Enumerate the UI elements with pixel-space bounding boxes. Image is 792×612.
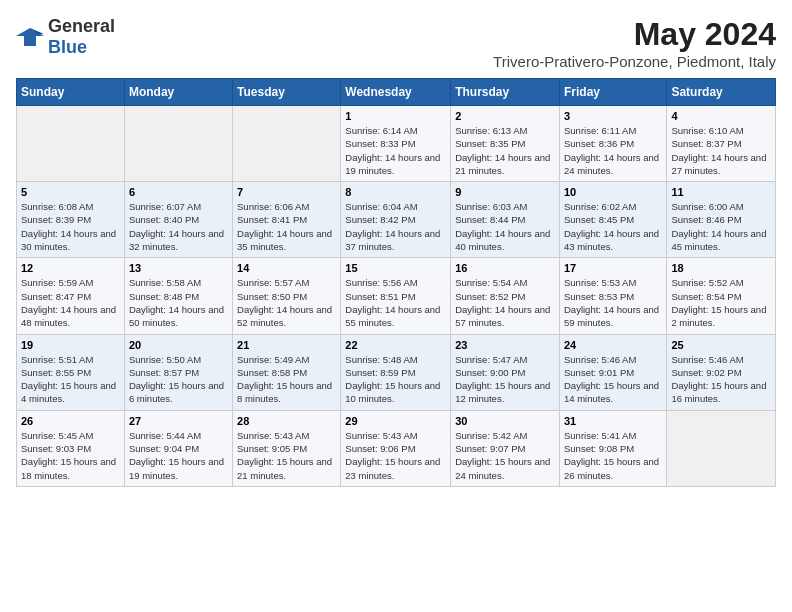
logo-bird-icon	[16, 26, 44, 48]
calendar-cell: 18Sunrise: 5:52 AMSunset: 8:54 PMDayligh…	[667, 258, 776, 334]
calendar-week-row: 1Sunrise: 6:14 AMSunset: 8:33 PMDaylight…	[17, 106, 776, 182]
day-number: 26	[21, 415, 120, 427]
day-info: Sunrise: 5:52 AMSunset: 8:54 PMDaylight:…	[671, 276, 771, 329]
calendar-cell: 6Sunrise: 6:07 AMSunset: 8:40 PMDaylight…	[124, 182, 232, 258]
day-info: Sunrise: 5:50 AMSunset: 8:57 PMDaylight:…	[129, 353, 228, 406]
day-number: 21	[237, 339, 336, 351]
month-title: May 2024	[493, 16, 776, 53]
calendar-cell: 25Sunrise: 5:46 AMSunset: 9:02 PMDayligh…	[667, 334, 776, 410]
day-number: 12	[21, 262, 120, 274]
calendar-cell: 24Sunrise: 5:46 AMSunset: 9:01 PMDayligh…	[559, 334, 666, 410]
day-number: 23	[455, 339, 555, 351]
day-number: 1	[345, 110, 446, 122]
calendar-cell: 5Sunrise: 6:08 AMSunset: 8:39 PMDaylight…	[17, 182, 125, 258]
day-info: Sunrise: 5:43 AMSunset: 9:06 PMDaylight:…	[345, 429, 446, 482]
day-info: Sunrise: 5:51 AMSunset: 8:55 PMDaylight:…	[21, 353, 120, 406]
weekday-header-sunday: Sunday	[17, 79, 125, 106]
title-area: May 2024 Trivero-Prativero-Ponzone, Pied…	[493, 16, 776, 70]
calendar-week-row: 26Sunrise: 5:45 AMSunset: 9:03 PMDayligh…	[17, 410, 776, 486]
day-number: 5	[21, 186, 120, 198]
calendar-cell: 29Sunrise: 5:43 AMSunset: 9:06 PMDayligh…	[341, 410, 451, 486]
calendar-cell: 10Sunrise: 6:02 AMSunset: 8:45 PMDayligh…	[559, 182, 666, 258]
weekday-header-thursday: Thursday	[451, 79, 560, 106]
day-info: Sunrise: 6:11 AMSunset: 8:36 PMDaylight:…	[564, 124, 662, 177]
weekday-header-wednesday: Wednesday	[341, 79, 451, 106]
calendar-cell: 4Sunrise: 6:10 AMSunset: 8:37 PMDaylight…	[667, 106, 776, 182]
day-info: Sunrise: 6:13 AMSunset: 8:35 PMDaylight:…	[455, 124, 555, 177]
day-info: Sunrise: 6:07 AMSunset: 8:40 PMDaylight:…	[129, 200, 228, 253]
day-info: Sunrise: 5:48 AMSunset: 8:59 PMDaylight:…	[345, 353, 446, 406]
day-info: Sunrise: 5:56 AMSunset: 8:51 PMDaylight:…	[345, 276, 446, 329]
weekday-header-row: SundayMondayTuesdayWednesdayThursdayFrid…	[17, 79, 776, 106]
day-number: 16	[455, 262, 555, 274]
location-title: Trivero-Prativero-Ponzone, Piedmont, Ita…	[493, 53, 776, 70]
calendar-week-row: 5Sunrise: 6:08 AMSunset: 8:39 PMDaylight…	[17, 182, 776, 258]
day-number: 29	[345, 415, 446, 427]
day-info: Sunrise: 5:43 AMSunset: 9:05 PMDaylight:…	[237, 429, 336, 482]
day-number: 15	[345, 262, 446, 274]
weekday-header-tuesday: Tuesday	[233, 79, 341, 106]
day-info: Sunrise: 6:02 AMSunset: 8:45 PMDaylight:…	[564, 200, 662, 253]
day-number: 7	[237, 186, 336, 198]
day-info: Sunrise: 6:14 AMSunset: 8:33 PMDaylight:…	[345, 124, 446, 177]
logo-text-general: General	[48, 16, 115, 36]
day-number: 8	[345, 186, 446, 198]
day-number: 31	[564, 415, 662, 427]
day-number: 10	[564, 186, 662, 198]
calendar-cell: 7Sunrise: 6:06 AMSunset: 8:41 PMDaylight…	[233, 182, 341, 258]
day-info: Sunrise: 5:44 AMSunset: 9:04 PMDaylight:…	[129, 429, 228, 482]
day-number: 9	[455, 186, 555, 198]
calendar-cell: 1Sunrise: 6:14 AMSunset: 8:33 PMDaylight…	[341, 106, 451, 182]
day-info: Sunrise: 5:53 AMSunset: 8:53 PMDaylight:…	[564, 276, 662, 329]
calendar-cell: 2Sunrise: 6:13 AMSunset: 8:35 PMDaylight…	[451, 106, 560, 182]
calendar-cell: 31Sunrise: 5:41 AMSunset: 9:08 PMDayligh…	[559, 410, 666, 486]
day-number: 4	[671, 110, 771, 122]
day-info: Sunrise: 5:47 AMSunset: 9:00 PMDaylight:…	[455, 353, 555, 406]
calendar-cell: 17Sunrise: 5:53 AMSunset: 8:53 PMDayligh…	[559, 258, 666, 334]
day-info: Sunrise: 5:49 AMSunset: 8:58 PMDaylight:…	[237, 353, 336, 406]
calendar-cell: 27Sunrise: 5:44 AMSunset: 9:04 PMDayligh…	[124, 410, 232, 486]
calendar-cell: 11Sunrise: 6:00 AMSunset: 8:46 PMDayligh…	[667, 182, 776, 258]
weekday-header-saturday: Saturday	[667, 79, 776, 106]
day-number: 25	[671, 339, 771, 351]
calendar-cell	[17, 106, 125, 182]
calendar-cell: 21Sunrise: 5:49 AMSunset: 8:58 PMDayligh…	[233, 334, 341, 410]
header-area: General Blue May 2024 Trivero-Prativero-…	[16, 16, 776, 70]
day-number: 19	[21, 339, 120, 351]
day-number: 27	[129, 415, 228, 427]
day-info: Sunrise: 5:58 AMSunset: 8:48 PMDaylight:…	[129, 276, 228, 329]
day-info: Sunrise: 6:06 AMSunset: 8:41 PMDaylight:…	[237, 200, 336, 253]
calendar-cell: 28Sunrise: 5:43 AMSunset: 9:05 PMDayligh…	[233, 410, 341, 486]
day-info: Sunrise: 5:41 AMSunset: 9:08 PMDaylight:…	[564, 429, 662, 482]
day-number: 14	[237, 262, 336, 274]
calendar-cell: 20Sunrise: 5:50 AMSunset: 8:57 PMDayligh…	[124, 334, 232, 410]
day-number: 2	[455, 110, 555, 122]
calendar-cell: 3Sunrise: 6:11 AMSunset: 8:36 PMDaylight…	[559, 106, 666, 182]
day-info: Sunrise: 5:59 AMSunset: 8:47 PMDaylight:…	[21, 276, 120, 329]
calendar-cell: 16Sunrise: 5:54 AMSunset: 8:52 PMDayligh…	[451, 258, 560, 334]
day-number: 13	[129, 262, 228, 274]
day-info: Sunrise: 6:08 AMSunset: 8:39 PMDaylight:…	[21, 200, 120, 253]
calendar-week-row: 12Sunrise: 5:59 AMSunset: 8:47 PMDayligh…	[17, 258, 776, 334]
day-number: 24	[564, 339, 662, 351]
day-info: Sunrise: 6:04 AMSunset: 8:42 PMDaylight:…	[345, 200, 446, 253]
day-info: Sunrise: 5:46 AMSunset: 9:01 PMDaylight:…	[564, 353, 662, 406]
calendar-cell	[667, 410, 776, 486]
calendar-cell	[124, 106, 232, 182]
day-number: 28	[237, 415, 336, 427]
calendar-cell: 12Sunrise: 5:59 AMSunset: 8:47 PMDayligh…	[17, 258, 125, 334]
calendar-week-row: 19Sunrise: 5:51 AMSunset: 8:55 PMDayligh…	[17, 334, 776, 410]
day-info: Sunrise: 5:46 AMSunset: 9:02 PMDaylight:…	[671, 353, 771, 406]
calendar-cell: 8Sunrise: 6:04 AMSunset: 8:42 PMDaylight…	[341, 182, 451, 258]
calendar-cell: 19Sunrise: 5:51 AMSunset: 8:55 PMDayligh…	[17, 334, 125, 410]
logo-text-blue: Blue	[48, 37, 87, 57]
calendar-cell: 9Sunrise: 6:03 AMSunset: 8:44 PMDaylight…	[451, 182, 560, 258]
day-info: Sunrise: 5:57 AMSunset: 8:50 PMDaylight:…	[237, 276, 336, 329]
day-number: 6	[129, 186, 228, 198]
day-info: Sunrise: 5:45 AMSunset: 9:03 PMDaylight:…	[21, 429, 120, 482]
svg-marker-0	[16, 28, 44, 46]
day-number: 11	[671, 186, 771, 198]
calendar-cell: 23Sunrise: 5:47 AMSunset: 9:00 PMDayligh…	[451, 334, 560, 410]
weekday-header-friday: Friday	[559, 79, 666, 106]
calendar-cell: 14Sunrise: 5:57 AMSunset: 8:50 PMDayligh…	[233, 258, 341, 334]
